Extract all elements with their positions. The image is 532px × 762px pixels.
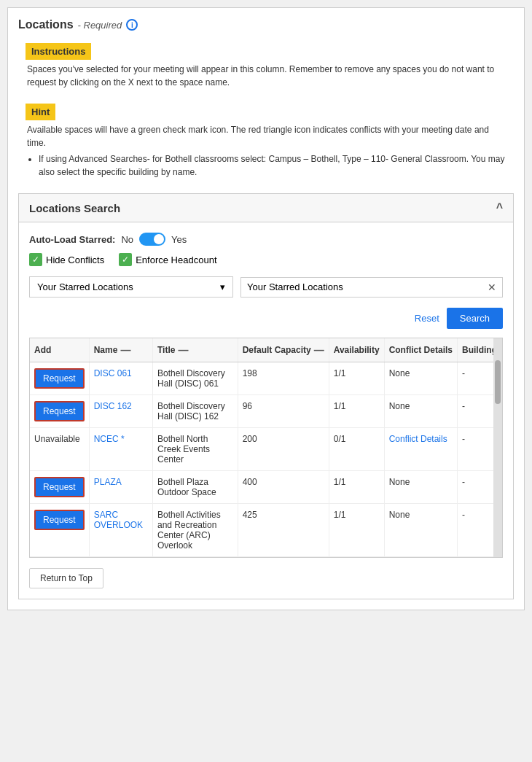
cell-add-3: Request (30, 471, 89, 504)
info-icon[interactable]: i (126, 19, 138, 31)
section-header: Locations Search ^ (19, 194, 513, 222)
cell-availability-2: 0/1 (329, 428, 384, 471)
results-table-wrapper: Add Name — Title (29, 338, 503, 558)
cell-capacity-1: 96 (238, 395, 329, 428)
request-button-1[interactable]: Request (34, 401, 85, 421)
cell-title-0: Bothell Discovery Hall (DISC) 061 (153, 362, 238, 395)
return-row: Return to Top (29, 568, 503, 588)
section-title: Locations Search (29, 202, 120, 214)
search-button[interactable]: Search (447, 308, 503, 329)
col-title-label: Title (157, 345, 175, 355)
cell-name-0: DISC 061 (89, 362, 152, 395)
collapse-icon[interactable]: ^ (496, 201, 503, 214)
cell-title-1: Bothell Discovery Hall (DISC) 162 (153, 395, 238, 428)
col-capacity-sort-icon[interactable]: — (314, 344, 324, 356)
name-link-3[interactable]: PLAZA (94, 477, 122, 487)
col-name-label: Name (94, 345, 118, 355)
cell-conflict-3: None (384, 471, 457, 504)
toggle-knob (154, 234, 164, 244)
clear-search-icon[interactable]: ✕ (488, 281, 496, 293)
cell-add-0: Request (30, 362, 89, 395)
cell-name-3: PLAZA (89, 471, 152, 504)
cell-capacity-0: 198 (238, 362, 329, 395)
cell-title-4: Bothell Activities and Recreation Center… (153, 504, 238, 557)
return-to-top-button[interactable]: Return to Top (29, 568, 103, 588)
required-label: - Required (78, 20, 122, 31)
dropdown-value: Your Starred Locations (37, 281, 133, 292)
page-wrapper: Locations - Required i Instructions Spac… (7, 7, 525, 610)
col-title: Title — (153, 338, 238, 362)
section-body: Auto-Load Starred: No Yes ✓ Hide Conflic… (19, 222, 513, 599)
cell-conflict-2: Conflict Details (384, 428, 457, 471)
autoload-row: Auto-Load Starred: No Yes (29, 233, 503, 246)
cell-availability-4: 1/1 (329, 504, 384, 557)
scrollbar[interactable] (493, 338, 502, 557)
dropdowns-row: Your Starred Locations ▾ ✕ (29, 276, 503, 298)
starred-locations-dropdown[interactable]: Your Starred Locations ▾ (29, 276, 233, 298)
col-capacity-label: Default Capacity (243, 345, 311, 355)
hint-bullet1: If using Advanced Searches- for Bothell … (39, 152, 505, 179)
cell-add-4: Request (30, 504, 89, 557)
hide-conflicts-checkbox-item[interactable]: ✓ Hide Conflicts (29, 253, 104, 266)
name-link-1[interactable]: DISC 162 (94, 401, 132, 411)
cell-add-1: Request (30, 395, 89, 428)
cell-title-3: Bothell Plaza Outdoor Space (153, 471, 238, 504)
cell-availability-0: 1/1 (329, 362, 384, 395)
name-link-2[interactable]: NCEC * (94, 434, 125, 444)
cell-conflict-4: None (384, 504, 457, 557)
cell-capacity-4: 425 (238, 504, 329, 557)
col-name: Name — (89, 338, 152, 362)
search-input[interactable] (247, 281, 488, 292)
col-capacity-controls: Default Capacity — (243, 344, 324, 356)
cell-name-1: DISC 162 (89, 395, 152, 428)
instructions-label: Instructions (26, 43, 91, 60)
col-title-sort-icon[interactable]: — (178, 344, 188, 356)
col-title-controls: Title — (157, 344, 188, 356)
col-building-label: Building (462, 345, 497, 355)
enforce-headcount-label: Enforce Headcount (136, 254, 216, 265)
cell-conflict-0: None (384, 362, 457, 395)
instructions-text: Spaces you've selected for your meeting … (26, 63, 506, 89)
cell-capacity-2: 200 (238, 428, 329, 471)
col-conflict-label: Conflict Details (389, 345, 453, 355)
col-name-sort-icon[interactable]: — (120, 344, 130, 356)
page-title: Locations (18, 18, 74, 31)
name-link-0[interactable]: DISC 061 (94, 368, 132, 378)
col-add: Add (30, 338, 89, 362)
name-link-4[interactable]: SARC OVERLOOK (94, 510, 143, 530)
cell-title-2: Bothell North Creek Events Center (153, 428, 238, 471)
dropdown-arrow-icon: ▾ (220, 281, 225, 292)
hint-box: Hint Available spaces will have a green … (18, 99, 514, 183)
hint-text1: Available spaces will have a green check… (27, 125, 489, 148)
instructions-box: Instructions Spaces you've selected for … (18, 39, 514, 93)
col-capacity: Default Capacity — (238, 338, 329, 362)
autoload-toggle[interactable] (139, 233, 165, 246)
table-row: RequestPLAZABothell Plaza Outdoor Space4… (30, 471, 502, 504)
buttons-row: Reset Search (29, 308, 503, 329)
request-button-3[interactable]: Request (34, 477, 85, 497)
cell-name-4: SARC OVERLOOK (89, 504, 152, 557)
table-row: RequestDISC 061Bothell Discovery Hall (D… (30, 362, 502, 395)
hint-text: Available spaces will have a green check… (26, 123, 506, 179)
locations-search-section: Locations Search ^ Auto-Load Starred: No… (18, 193, 514, 599)
cell-name-2: NCEC * (89, 428, 152, 471)
autoload-label: Auto-Load Starred: (29, 234, 115, 245)
cell-capacity-3: 400 (238, 471, 329, 504)
conflict-details-link-2[interactable]: Conflict Details (389, 434, 447, 444)
col-add-label: Add (34, 345, 51, 355)
table-row: RequestDISC 162Bothell Discovery Hall (D… (30, 395, 502, 428)
hide-conflicts-checkmark: ✓ (29, 253, 42, 266)
request-button-4[interactable]: Request (34, 510, 85, 530)
table-row: RequestSARC OVERLOOKBothell Activities a… (30, 504, 502, 557)
unavailable-label-2: Unavailable (34, 434, 80, 444)
cell-conflict-1: None (384, 395, 457, 428)
request-button-0[interactable]: Request (34, 368, 85, 389)
enforce-headcount-checkmark: ✓ (119, 253, 132, 266)
col-availability-label: Availability (334, 345, 380, 355)
enforce-headcount-checkbox-item[interactable]: ✓ Enforce Headcount (119, 253, 216, 266)
col-availability: Availability (329, 338, 384, 362)
reset-button[interactable]: Reset (415, 313, 439, 324)
toggle-no-label: No (121, 234, 133, 245)
table-row: UnavailableNCEC *Bothell North Creek Eve… (30, 428, 502, 471)
hint-label: Hint (26, 104, 55, 120)
